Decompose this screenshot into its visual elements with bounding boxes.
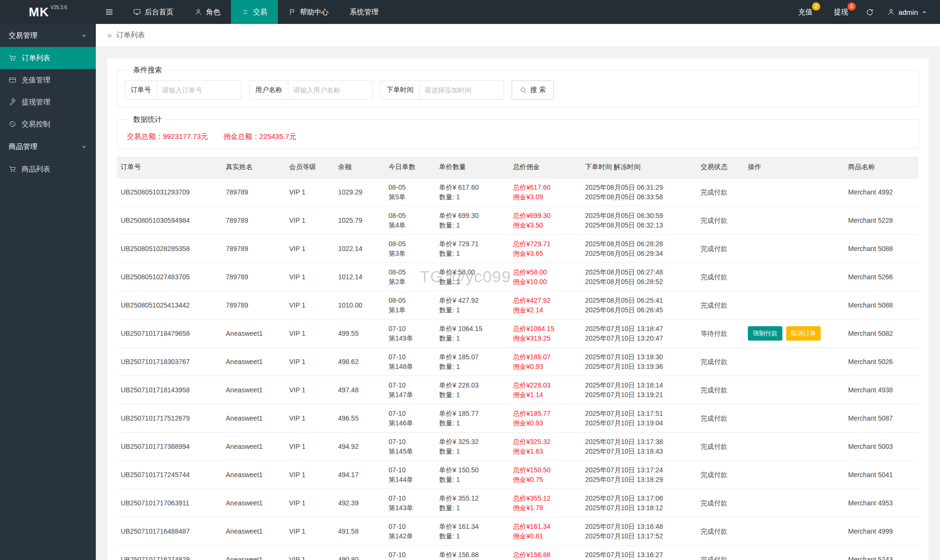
cell-unit-price-qty: 单价¥ 427.92数量: 1 xyxy=(436,291,509,320)
cell-total-commission: 总价¥325.32佣金¥1.63 xyxy=(509,433,582,461)
cell-trade-status: 完成付款 xyxy=(697,433,744,461)
cell-balance: 491.58 xyxy=(334,517,385,546)
recharge-button[interactable]: 充值 2 xyxy=(788,0,823,24)
column-header: 今日单数 xyxy=(385,157,435,178)
admin-label: admin xyxy=(898,8,918,16)
cell-member-level: VIP 1 xyxy=(286,235,334,263)
column-header: 单价数量 xyxy=(436,157,509,178)
admin-menu[interactable]: admin xyxy=(881,0,940,24)
cell-total-commission: 总价¥1064.15佣金¥319.25 xyxy=(509,320,582,348)
cell-total-commission: 总价¥729.71佣金¥3.65 xyxy=(509,235,582,263)
nav-item-system[interactable]: 系统管理 xyxy=(339,0,389,24)
cell-merchant-name: Merchant 5266 xyxy=(844,263,919,291)
table-row: UB2507101718143958 Aneasweet1 VIP 1 497.… xyxy=(117,376,919,404)
cell-order-unfreeze-time: 2025年07月10日 13:17:062025年07月10日 13:18:12 xyxy=(581,489,697,517)
nav-item-roles[interactable]: 角色 xyxy=(184,0,231,24)
chevron-down-icon xyxy=(81,144,87,150)
page-title: 订单列表 xyxy=(116,31,145,40)
cell-order-no: UB2507101717245744 xyxy=(117,461,222,489)
withdraw-button[interactable]: 提现 5 xyxy=(823,0,859,24)
search-button[interactable]: 搜 索 xyxy=(512,80,554,100)
nav-item-label: 交易 xyxy=(253,8,267,17)
user-icon xyxy=(887,8,895,16)
search-fieldset: 条件搜索 订单号 用户名称 下单时间 xyxy=(117,66,919,107)
sidebar-item-label: 订单列表 xyxy=(22,54,50,63)
table-row: UB2507101717512679 Aneasweet1 VIP 1 496.… xyxy=(117,404,919,433)
table-row: UB2508051027483705 789789 VIP 1 1012.14 … xyxy=(117,263,919,291)
cell-order-no: UB2507101718303767 xyxy=(117,348,222,376)
table-row: UB2508051031293709 789789 VIP 1 1029.29 … xyxy=(117,178,919,206)
cell-today-count: 07-10第146单 xyxy=(385,404,435,433)
nav-item-label: 角色 xyxy=(206,8,220,17)
cell-merchant-name: Merchant 5026 xyxy=(844,348,919,376)
cell-trade-status: 完成付款 xyxy=(697,178,744,206)
cell-order-unfreeze-time: 2025年07月10日 13:17:242025年07月10日 13:18:29 xyxy=(581,461,697,489)
cell-order-unfreeze-time: 2025年08月05日 06:31:292025年08月05日 06:33:58 xyxy=(581,178,697,206)
cell-today-count: 07-10第145单 xyxy=(385,433,435,461)
search-icon xyxy=(520,87,527,94)
cancel-order-button[interactable]: 取消订单 xyxy=(786,326,821,341)
main-content: » 订单列表 条件搜索 订单号 用户名称 xyxy=(96,24,940,560)
cell-balance: 497.48 xyxy=(334,376,385,404)
order-no-label: 订单号 xyxy=(125,81,157,99)
table-row: UB2508051030594984 789789 VIP 1 1025.79 … xyxy=(117,206,919,235)
sidebar-item-withdraw-management[interactable]: 提现管理 xyxy=(0,91,96,113)
cell-trade-status: 完成付款 xyxy=(697,546,744,560)
cell-today-count: 08-05第2单 xyxy=(385,263,435,291)
cell-today-count: 07-10第149单 xyxy=(385,320,435,348)
sidebar-group-trade-management[interactable]: 交易管理 xyxy=(0,24,96,47)
cell-trade-status: 完成付款 xyxy=(697,461,744,489)
table-row: UB2507101717063911 Aneasweet1 VIP 1 492.… xyxy=(117,489,919,517)
cell-merchant-name: Merchant 4992 xyxy=(844,178,919,206)
cell-merchant-name: Merchant 5228 xyxy=(844,206,919,235)
hamburger-icon xyxy=(105,8,114,16)
stats-legend: 数据统计 xyxy=(129,115,166,124)
cell-balance: 496.55 xyxy=(334,404,385,433)
cell-merchant-name: Merchant 4953 xyxy=(844,489,919,517)
cell-balance: 499.55 xyxy=(334,320,385,348)
order-time-input[interactable] xyxy=(419,81,504,99)
cell-order-no: UB2507101716488487 xyxy=(117,517,222,546)
cell-order-no: UB2508051025413442 xyxy=(117,291,222,320)
user-name-input[interactable] xyxy=(288,81,372,99)
top-right-area: 充值 2 提现 5 admin xyxy=(788,0,940,24)
top-navbar: MK V25.3.6 后台首页 角色 交易 xyxy=(0,0,940,24)
cell-total-commission: 总价¥150.50佣金¥0.75 xyxy=(509,461,582,489)
brand-logo[interactable]: MK V25.3.6 xyxy=(0,0,96,24)
nav-item-trade[interactable]: 交易 xyxy=(231,0,278,24)
sidebar-item-recharge-management[interactable]: 充值管理 xyxy=(0,69,96,91)
cell-order-no: UB2507101716274829 xyxy=(117,546,222,560)
force-pay-button[interactable]: 强制付款 xyxy=(748,326,782,341)
sidebar-item-product-list[interactable]: 商品列表 xyxy=(0,158,96,180)
order-no-input[interactable] xyxy=(157,81,241,99)
cell-member-level: VIP 1 xyxy=(286,263,334,291)
sidebar-item-order-list[interactable]: 订单列表 xyxy=(0,47,96,69)
cell-total-commission: 总价¥228.03佣金¥1.14 xyxy=(509,376,582,404)
cell-trade-status: 等待付款 xyxy=(697,320,744,348)
cell-unit-price-qty: 单价¥ 161.34数量: 1 xyxy=(436,517,509,546)
sidebar-item-trade-control[interactable]: 交易控制 xyxy=(0,113,96,135)
total-commission-amount: 佣金总额：225435.7元 xyxy=(223,132,297,141)
sidebar-group-label: 交易管理 xyxy=(9,31,37,40)
nav-item-dashboard[interactable]: 后台首页 xyxy=(123,0,184,24)
cell-real-name: Aneasweet1 xyxy=(222,517,285,546)
cell-balance: 494.17 xyxy=(334,461,385,489)
sidebar-group-label: 商品管理 xyxy=(9,142,37,151)
sidebar-group-product-management[interactable]: 商品管理 xyxy=(0,135,96,158)
cell-balance: 1022.14 xyxy=(334,235,385,263)
cell-merchant-name: Merchant 5243 xyxy=(844,546,919,560)
sidebar: 交易管理 订单列表 充值管理 提现管理 交 xyxy=(0,24,96,560)
refresh-button[interactable] xyxy=(859,0,881,24)
cell-order-no: UB2507101717388994 xyxy=(117,433,222,461)
cell-real-name: Aneasweet1 xyxy=(222,433,285,461)
flag-icon xyxy=(288,8,296,16)
sidebar-item-label: 交易控制 xyxy=(22,120,50,129)
sidebar-toggle-button[interactable] xyxy=(96,0,123,24)
cell-member-level: VIP 1 xyxy=(286,348,334,376)
table-row: UB2507101717388994 Aneasweet1 VIP 1 494.… xyxy=(117,433,919,461)
cell-member-level: VIP 1 xyxy=(286,404,334,433)
top-nav-menu: 后台首页 角色 交易 帮助中心 系统管理 xyxy=(123,0,389,24)
sidebar-item-label: 提现管理 xyxy=(22,98,50,107)
column-header: 会员等级 xyxy=(286,157,334,178)
nav-item-help-center[interactable]: 帮助中心 xyxy=(278,0,339,24)
